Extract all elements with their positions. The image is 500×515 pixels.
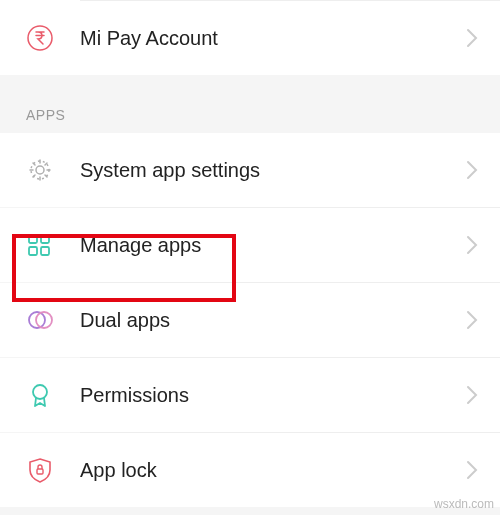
- app-lock-label: App lock: [80, 459, 466, 482]
- chevron-right-icon: [466, 310, 478, 330]
- system-app-settings-row[interactable]: System app settings: [0, 133, 500, 207]
- badge-icon: [26, 381, 80, 409]
- svg-rect-10: [37, 469, 43, 474]
- manage-apps-row[interactable]: Manage apps: [0, 208, 500, 282]
- chevron-right-icon: [466, 235, 478, 255]
- watermark: wsxdn.com: [434, 497, 494, 511]
- gear-icon: [26, 156, 80, 184]
- svg-point-7: [29, 312, 45, 328]
- svg-point-8: [36, 312, 52, 328]
- mi-pay-label: Mi Pay Account: [80, 27, 466, 50]
- svg-rect-4: [41, 235, 49, 243]
- app-lock-row[interactable]: App lock: [0, 433, 500, 507]
- dual-circles-icon: [26, 306, 80, 334]
- system-app-settings-label: System app settings: [80, 159, 466, 182]
- grid-icon: [26, 232, 80, 258]
- manage-apps-label: Manage apps: [80, 234, 466, 257]
- dual-apps-label: Dual apps: [80, 309, 466, 332]
- svg-rect-6: [41, 247, 49, 255]
- mi-pay-account-row[interactable]: Mi Pay Account: [0, 1, 500, 75]
- section-gap: [0, 75, 500, 85]
- svg-point-9: [33, 385, 47, 399]
- shield-lock-icon: [26, 456, 80, 484]
- chevron-right-icon: [466, 460, 478, 480]
- dual-apps-row[interactable]: Dual apps: [0, 283, 500, 357]
- svg-point-1: [36, 166, 44, 174]
- permissions-row[interactable]: Permissions: [0, 358, 500, 432]
- svg-rect-3: [29, 235, 37, 243]
- chevron-right-icon: [466, 28, 478, 48]
- apps-section-header: APPS: [0, 85, 500, 133]
- chevron-right-icon: [466, 385, 478, 405]
- rupee-icon: [26, 24, 80, 52]
- chevron-right-icon: [466, 160, 478, 180]
- svg-rect-5: [29, 247, 37, 255]
- permissions-label: Permissions: [80, 384, 466, 407]
